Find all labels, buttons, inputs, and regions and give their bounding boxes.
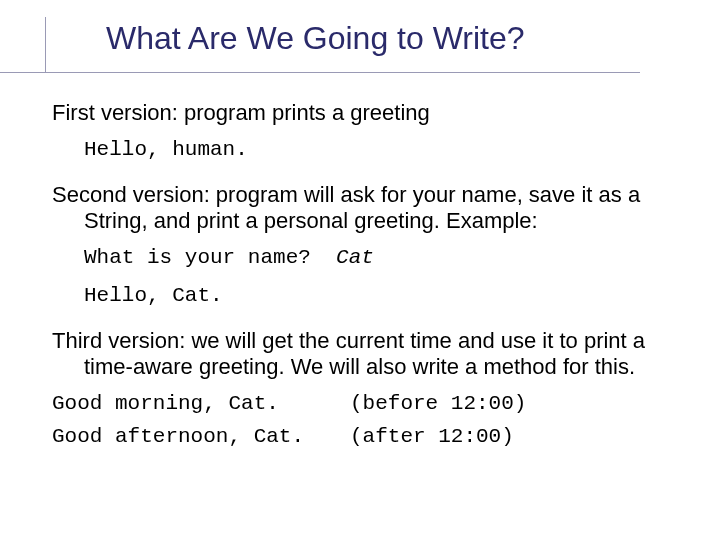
first-version-text: First version: program prints a greeting	[52, 100, 680, 126]
third-version-text: Third version: we will get the current t…	[52, 328, 680, 380]
decorative-horizontal-rule	[0, 72, 640, 73]
third-version-example-morning: Good morning, Cat. (before 12:00)	[52, 392, 680, 415]
slide-title: What Are We Going to Write?	[106, 20, 525, 57]
afternoon-greeting: Good afternoon, Cat.	[52, 425, 322, 448]
slide-body: First version: program prints a greeting…	[52, 100, 680, 458]
slide: What Are We Going to Write? First versio…	[0, 0, 720, 540]
second-version-text: Second version: program will ask for you…	[52, 182, 680, 234]
morning-greeting: Good morning, Cat.	[52, 392, 322, 415]
afternoon-condition: (after 12:00)	[350, 425, 514, 448]
second-version-prompt-line: What is your name? Cat	[84, 246, 680, 270]
morning-condition: (before 12:00)	[350, 392, 526, 415]
third-version-example-afternoon: Good afternoon, Cat. (after 12:00)	[52, 425, 680, 448]
decorative-vertical-tick	[45, 17, 46, 72]
prompt-question: What is your name?	[84, 246, 311, 269]
second-version-output: Hello, Cat.	[84, 284, 680, 308]
first-version-output: Hello, human.	[84, 138, 680, 162]
user-input-example: Cat	[336, 246, 374, 269]
